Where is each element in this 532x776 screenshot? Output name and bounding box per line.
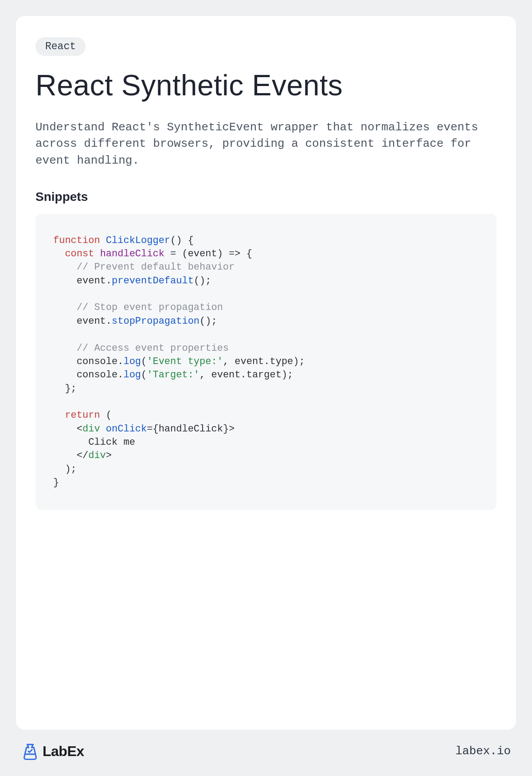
brand-name: LabEx [43,743,84,760]
category-tag: React [35,37,86,56]
labex-logo-icon [21,742,39,760]
page-title: React Synthetic Events [35,69,497,102]
content-card: React React Synthetic Events Understand … [16,16,516,730]
site-url: labex.io [455,745,511,758]
page-description: Understand React's SyntheticEvent wrappe… [35,119,497,169]
page-footer: LabEx labex.io [16,730,516,760]
snippets-label: Snippets [35,190,497,204]
code-snippet: function ClickLogger() { const handleCli… [35,214,497,510]
brand: LabEx [21,742,84,760]
